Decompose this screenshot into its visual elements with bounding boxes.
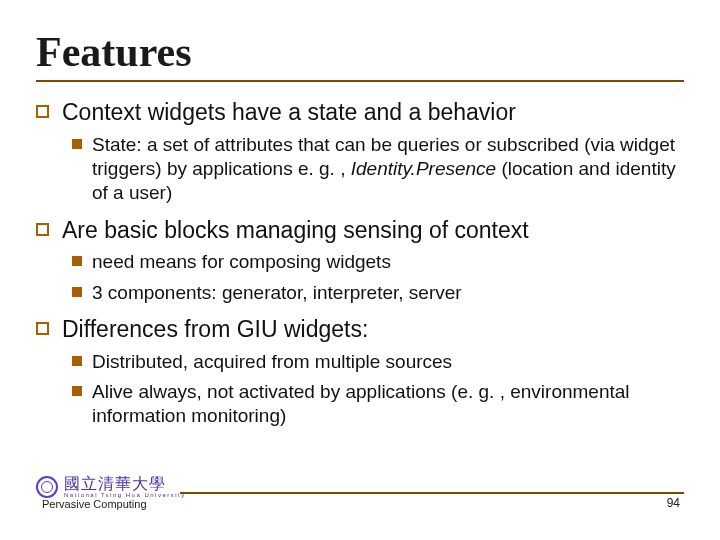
- square-hollow-icon: [36, 322, 49, 335]
- title-rule: [36, 80, 684, 82]
- level2-text-italic: Identity.Presence: [351, 158, 496, 179]
- bullet-level1: Are basic blocks managing sensing of con…: [36, 216, 684, 245]
- bullet-level2: Distributed, acquired from multiple sour…: [36, 350, 684, 374]
- bullet-level2: State: a set of attributes that can be q…: [36, 133, 684, 206]
- university-text: 國立清華大學 National Tsing Hua University: [64, 476, 186, 498]
- square-solid-icon: [72, 287, 82, 297]
- bullet-level1: Context widgets have a state and a behav…: [36, 98, 684, 127]
- course-label: Pervasive Computing: [42, 498, 147, 510]
- slide: Features Context widgets have a state an…: [0, 0, 720, 540]
- bullet-level2: Alive always, not activated by applicati…: [36, 380, 684, 429]
- square-hollow-icon: [36, 105, 49, 118]
- level2-text-pre: need means for composing widgets: [92, 251, 391, 272]
- level1-text: Are basic blocks managing sensing of con…: [62, 217, 529, 243]
- university-logo-icon: [36, 476, 58, 498]
- slide-footer: 國立清華大學 National Tsing Hua University Per…: [0, 486, 720, 526]
- level2-text-pre: Alive always, not activated by applicati…: [92, 381, 630, 426]
- square-hollow-icon: [36, 223, 49, 236]
- level2-text-pre: Distributed, acquired from multiple sour…: [92, 351, 452, 372]
- square-solid-icon: [72, 256, 82, 266]
- page-number: 94: [667, 496, 680, 510]
- square-solid-icon: [72, 386, 82, 396]
- square-solid-icon: [72, 139, 82, 149]
- bullet-level1: Differences from GIU widgets:: [36, 315, 684, 344]
- university-name-cn: 國立清華大學: [64, 476, 186, 492]
- level1-text: Differences from GIU widgets:: [62, 316, 368, 342]
- bullet-level2: 3 components: generator, interpreter, se…: [36, 281, 684, 305]
- footer-rule: [180, 492, 684, 494]
- level1-text: Context widgets have a state and a behav…: [62, 99, 516, 125]
- slide-content: Context widgets have a state and a behav…: [36, 98, 684, 429]
- university-brand: 國立清華大學 National Tsing Hua University: [36, 476, 186, 498]
- square-solid-icon: [72, 356, 82, 366]
- level2-text-pre: 3 components: generator, interpreter, se…: [92, 282, 462, 303]
- bullet-level2: need means for composing widgets: [36, 250, 684, 274]
- slide-title: Features: [36, 28, 684, 76]
